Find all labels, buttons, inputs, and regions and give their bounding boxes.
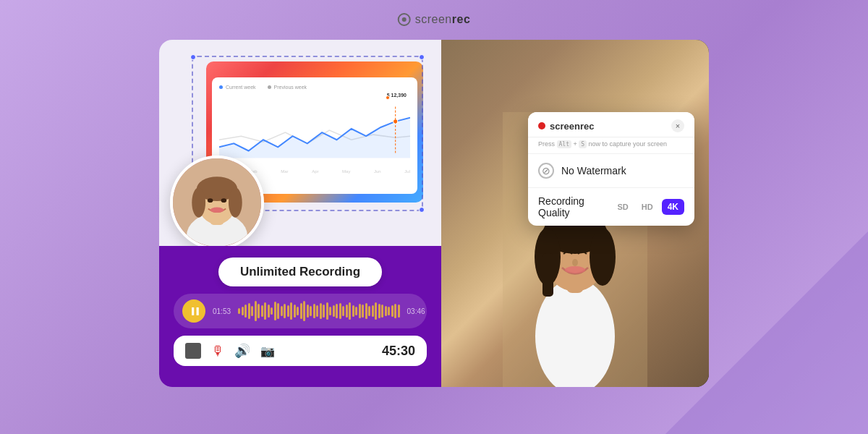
wave-bar-8 <box>264 302 266 320</box>
logo-text: screenrec <box>415 13 471 26</box>
svg-point-12 <box>221 198 227 203</box>
waveform-time-start: 01:53 <box>213 307 231 315</box>
svg-rect-21 <box>542 253 553 297</box>
wave-bar-1 <box>242 307 244 315</box>
quality-option-4k[interactable]: 4K <box>662 199 684 215</box>
popup-brand-bold: rec <box>580 121 595 132</box>
wave-bar-3 <box>248 303 250 319</box>
wave-bar-27 <box>326 302 328 320</box>
wave-bar-34 <box>349 302 351 320</box>
no-watermark-label: No Watermark <box>561 165 626 176</box>
wave-bar-42 <box>375 302 377 320</box>
svg-point-13 <box>210 208 224 213</box>
wave-bar-31 <box>339 303 341 319</box>
stop-button[interactable] <box>185 343 201 359</box>
camera-icon[interactable]: 📷 <box>260 344 275 358</box>
quality-option-hd[interactable]: HD <box>637 200 658 214</box>
screenrec-logo-icon <box>398 13 411 26</box>
price-indicator-dot <box>386 95 390 100</box>
chart-label-previous: Previous week <box>268 85 307 90</box>
left-panel: Current week Previous week $ 12,390 <box>159 40 441 387</box>
wave-bar-29 <box>333 305 335 317</box>
logo-bold: rec <box>452 13 471 25</box>
speaker-icon[interactable]: 🔊 <box>234 343 250 359</box>
wave-bar-6 <box>258 304 260 318</box>
wave-bar-9 <box>268 305 270 318</box>
svg-point-9 <box>192 187 205 217</box>
wave-bar-26 <box>323 305 325 318</box>
play-pause-button[interactable] <box>182 299 205 323</box>
wave-bar-16 <box>290 302 292 320</box>
main-content: Current week Previous week $ 12,390 <box>159 40 709 409</box>
wave-bar-19 <box>300 303 302 319</box>
wave-bar-28 <box>329 307 331 315</box>
recording-quality-label: Recording Quality <box>538 195 608 218</box>
svg-point-10 <box>229 187 242 217</box>
popup-close-button[interactable]: × <box>671 119 684 132</box>
chart-label-current: Current week <box>219 85 256 90</box>
wave-bar-25 <box>320 303 322 319</box>
wave-bar-45 <box>385 306 387 316</box>
waveform-visual <box>238 301 400 321</box>
corner-handle-tl[interactable] <box>190 54 196 60</box>
no-watermark-row: No Watermark <box>528 153 694 187</box>
wave-bar-23 <box>313 304 315 318</box>
wave-bar-2 <box>244 305 247 318</box>
wave-bar-12 <box>277 303 279 319</box>
wave-bar-30 <box>336 304 338 318</box>
microphone-icon[interactable]: 🎙 <box>211 344 224 359</box>
popup-brand-plain: screen <box>550 121 580 132</box>
logo-plain: screen <box>415 13 452 25</box>
wave-bar-49 <box>398 305 400 318</box>
svg-point-20 <box>590 228 616 286</box>
wave-bar-46 <box>388 307 390 315</box>
waveform-time-end: 03:46 <box>407 307 425 315</box>
wave-bar-33 <box>346 305 348 318</box>
wave-bar-10 <box>271 307 273 315</box>
recording-timer: 45:30 <box>382 344 415 359</box>
wave-bar-11 <box>274 302 276 320</box>
rec-indicator-dot <box>538 122 545 129</box>
wave-bar-41 <box>372 305 374 317</box>
wave-bar-0 <box>238 308 240 314</box>
popup-brand: screenrec <box>550 121 667 132</box>
wave-bar-17 <box>294 305 296 318</box>
unlimited-recording-label: Unlimited Recording <box>218 258 382 286</box>
wave-bar-37 <box>359 304 361 318</box>
wave-bar-43 <box>378 304 380 318</box>
popup-header: screenrec × <box>528 112 694 137</box>
wave-bar-32 <box>342 306 344 316</box>
wave-bar-47 <box>391 305 393 317</box>
person-svg <box>173 156 261 250</box>
wave-bar-38 <box>362 305 364 318</box>
recording-quality-row: Recording Quality SD HD 4K <box>528 187 694 226</box>
alt-key: Alt <box>557 140 571 148</box>
svg-point-22 <box>565 266 585 273</box>
wave-bar-40 <box>368 306 370 316</box>
wave-bar-13 <box>281 306 283 316</box>
wave-bar-5 <box>255 301 257 321</box>
waveform-bar: 01:53 03:46 <box>174 294 427 328</box>
wave-bar-36 <box>355 307 357 315</box>
popup-subtitle: Press Alt + S now to capture your screen <box>528 140 694 153</box>
wave-bar-14 <box>284 304 286 318</box>
no-watermark-icon <box>538 163 554 179</box>
corner-handle-tr[interactable] <box>419 54 425 60</box>
chart-svg <box>219 93 410 165</box>
svg-point-11 <box>208 198 213 203</box>
controls-area: Unlimited Recording 01:53 03:46 🎙 🔊 📷 45… <box>159 246 441 387</box>
chart-area: $ 12,390 <box>219 93 410 172</box>
wave-bar-20 <box>303 301 305 321</box>
wave-bar-7 <box>261 305 263 317</box>
s-key: S <box>579 140 587 148</box>
wave-bar-35 <box>352 305 354 317</box>
logo-bar: screenrec <box>398 13 471 26</box>
wave-bar-39 <box>365 303 367 319</box>
right-panel: screenrec × Press Alt + S now to capture… <box>441 40 709 387</box>
quality-option-sd[interactable]: SD <box>613 200 632 214</box>
recording-controls-bar: 🎙 🔊 📷 45:30 <box>174 336 427 366</box>
svg-point-23 <box>572 259 578 266</box>
wave-bar-15 <box>287 305 289 317</box>
corner-handle-br[interactable] <box>419 207 425 213</box>
wave-bar-18 <box>297 307 299 315</box>
